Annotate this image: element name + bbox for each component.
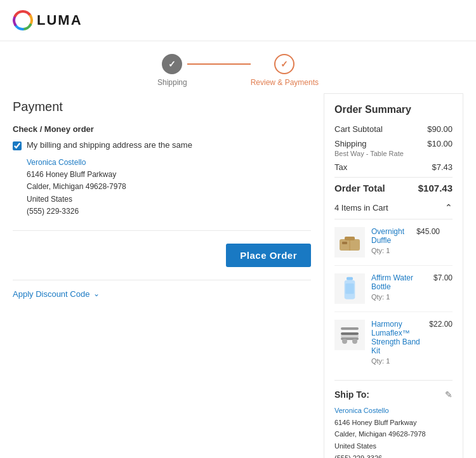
place-order-row: Place Order bbox=[13, 230, 311, 267]
step-shipping-circle bbox=[162, 54, 182, 74]
cart-count-label: 4 Items in Cart bbox=[334, 203, 388, 213]
billing-city: Calder, Michigan 49628-7978 bbox=[27, 181, 311, 193]
billing-country: United States bbox=[27, 193, 311, 206]
tax-line: Tax $7.43 bbox=[334, 162, 453, 172]
ship-to-country: United States bbox=[334, 440, 453, 452]
billing-street: 6146 Honey Bluff Parkway bbox=[27, 169, 311, 181]
discount-chevron-icon: ⌄ bbox=[93, 289, 100, 298]
shipping-line: Shipping $10.00 bbox=[334, 139, 453, 148]
ship-to-city: Calder, Michigan 49628-7978 bbox=[334, 428, 453, 440]
discount-label: Apply Discount Code bbox=[13, 289, 89, 299]
billing-name: Veronica Costello bbox=[27, 157, 311, 169]
step-shipping-label: Shipping bbox=[157, 78, 187, 87]
shipping-sub: Best Way - Table Rate bbox=[334, 150, 453, 157]
place-order-button[interactable]: Place Order bbox=[226, 244, 311, 267]
payment-method-section: Check / Money order My billing and shipp… bbox=[13, 124, 311, 218]
svg-point-13 bbox=[352, 339, 357, 344]
order-total-value: $107.43 bbox=[418, 183, 453, 193]
cart-item: Affirm Water Bottle Qty: 1 $7.00 bbox=[334, 266, 453, 312]
ship-to-street: 6146 Honey Bluff Parkway bbox=[334, 417, 453, 429]
order-summary: Order Summary Cart Subtotal $90.00 Shipp… bbox=[324, 93, 463, 458]
logo-icon bbox=[13, 10, 33, 30]
checkout-progress: Shipping Review & Payments bbox=[0, 41, 476, 93]
bag-icon bbox=[337, 230, 362, 255]
step-review-label: Review & Payments bbox=[251, 78, 319, 87]
billing-same-row: My billing and shipping address are the … bbox=[13, 140, 311, 150]
ship-to-phone: (555) 229-3326 bbox=[334, 452, 453, 458]
cart-item: Overnight Duffle Qty: 1 $45.00 bbox=[334, 219, 453, 266]
cart-toggle[interactable]: 4 Items in Cart ⌃ bbox=[334, 202, 453, 213]
step-connector bbox=[187, 63, 251, 65]
cart-item-name: Overnight Duffle bbox=[371, 227, 410, 245]
cart-subtotal-value: $90.00 bbox=[427, 124, 453, 134]
ship-to-section: Ship To: ✎ Veronica Costello 6146 Honey … bbox=[334, 380, 453, 458]
step-review: Review & Payments bbox=[251, 54, 319, 87]
billing-same-label[interactable]: My billing and shipping address are the … bbox=[27, 140, 192, 150]
svg-rect-9 bbox=[341, 327, 359, 330]
order-summary-title: Order Summary bbox=[334, 104, 453, 115]
cart-items-list: Overnight Duffle Qty: 1 $45.00 bbox=[334, 219, 453, 371]
cart-item-price: $22.00 bbox=[429, 320, 453, 329]
logo[interactable]: LUMA bbox=[13, 10, 83, 30]
ship-to-header: Ship To: ✎ bbox=[334, 389, 453, 400]
bottle-icon bbox=[337, 276, 362, 301]
svg-rect-5 bbox=[347, 277, 353, 280]
cart-item-qty: Qty: 1 bbox=[371, 247, 410, 254]
ship-to-name: Veronica Costello bbox=[334, 405, 453, 417]
svg-point-12 bbox=[342, 339, 347, 344]
left-panel: Payment Check / Money order My billing a… bbox=[13, 93, 311, 458]
cart-item-info: Affirm Water Bottle Qty: 1 bbox=[371, 273, 427, 301]
shipping-value: $10.00 bbox=[427, 139, 453, 148]
billing-phone: (555) 229-3326 bbox=[27, 206, 311, 218]
cart-item: Harmony Lumaflex™ Strength Band Kit Qty:… bbox=[334, 312, 453, 371]
shipping-label: Shipping bbox=[334, 139, 367, 148]
ship-to-title: Ship To: bbox=[334, 389, 369, 400]
step-review-circle bbox=[274, 54, 294, 74]
band-icon bbox=[337, 322, 362, 348]
cart-item-price: $45.00 bbox=[416, 227, 440, 236]
svg-rect-10 bbox=[341, 332, 359, 335]
header: LUMA bbox=[0, 0, 476, 41]
cart-item-image bbox=[334, 273, 365, 304]
cart-chevron-icon: ⌃ bbox=[445, 202, 453, 213]
step-shipping: Shipping bbox=[157, 54, 187, 87]
svg-rect-7 bbox=[345, 284, 354, 294]
tax-label: Tax bbox=[334, 162, 347, 172]
payment-title: Payment bbox=[13, 100, 311, 114]
cart-item-qty: Qty: 1 bbox=[371, 293, 427, 301]
right-panel: Order Summary Cart Subtotal $90.00 Shipp… bbox=[324, 93, 463, 458]
page-wrapper: LUMA Shipping Review & Payments Payment … bbox=[0, 0, 476, 458]
payment-method-title: Check / Money order bbox=[13, 124, 311, 134]
order-total-line: Order Total $107.43 bbox=[334, 177, 453, 193]
ship-to-address: Veronica Costello 6146 Honey Bluff Parkw… bbox=[334, 405, 453, 458]
cart-item-price: $7.00 bbox=[433, 273, 453, 282]
cart-item-image bbox=[334, 320, 365, 350]
order-total-label: Order Total bbox=[334, 183, 385, 193]
cart-subtotal-label: Cart Subtotal bbox=[334, 124, 383, 134]
cart-subtotal-line: Cart Subtotal $90.00 bbox=[334, 124, 453, 134]
svg-rect-4 bbox=[342, 242, 347, 244]
cart-item-info: Harmony Lumaflex™ Strength Band Kit Qty:… bbox=[371, 320, 423, 365]
main-content: Payment Check / Money order My billing a… bbox=[0, 93, 476, 458]
logo-text: LUMA bbox=[37, 12, 83, 29]
billing-address-block: Veronica Costello 6146 Honey Bluff Parkw… bbox=[27, 157, 311, 218]
cart-item-name: Affirm Water Bottle bbox=[371, 273, 427, 291]
billing-same-checkbox[interactable] bbox=[13, 141, 22, 150]
cart-item-qty: Qty: 1 bbox=[371, 357, 423, 365]
cart-item-image bbox=[334, 227, 365, 258]
ship-to-edit-icon[interactable]: ✎ bbox=[445, 389, 453, 400]
cart-item-name: Harmony Lumaflex™ Strength Band Kit bbox=[371, 320, 423, 355]
discount-row[interactable]: Apply Discount Code ⌄ bbox=[13, 280, 311, 299]
tax-value: $7.43 bbox=[432, 162, 453, 172]
cart-item-info: Overnight Duffle Qty: 1 bbox=[371, 227, 410, 254]
